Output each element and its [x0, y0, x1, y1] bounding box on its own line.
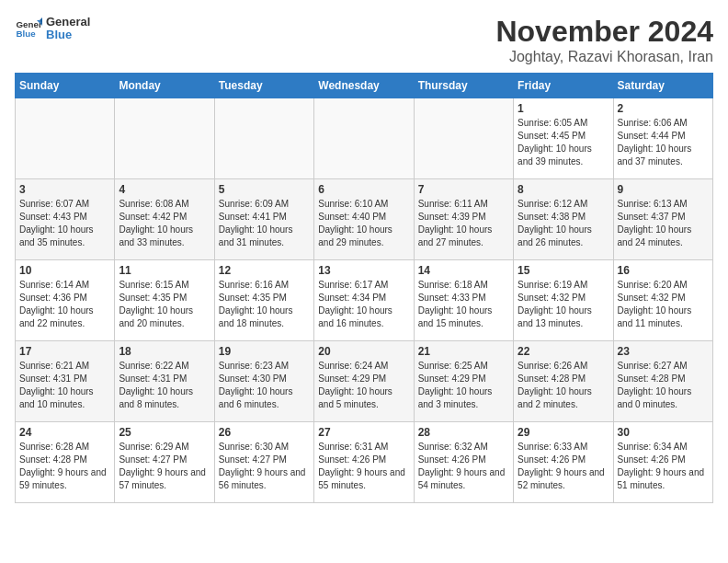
day-info: Sunrise: 6:19 AM Sunset: 4:32 PM Dayligh… [518, 279, 609, 330]
calendar-cell: 8Sunrise: 6:12 AM Sunset: 4:38 PM Daylig… [514, 179, 613, 260]
calendar-cell: 1Sunrise: 6:05 AM Sunset: 4:45 PM Daylig… [514, 98, 613, 179]
calendar-cell: 5Sunrise: 6:09 AM Sunset: 4:41 PM Daylig… [214, 179, 313, 260]
logo: General Blue General Blue [15, 15, 90, 42]
weekday-header-thursday: Thursday [414, 74, 513, 98]
day-number: 15 [518, 264, 609, 277]
day-info: Sunrise: 6:34 AM Sunset: 4:26 PM Dayligh… [618, 441, 709, 492]
day-number: 25 [119, 426, 210, 439]
day-number: 2 [618, 102, 709, 115]
day-info: Sunrise: 6:13 AM Sunset: 4:37 PM Dayligh… [618, 198, 709, 249]
calendar-cell: 10Sunrise: 6:14 AM Sunset: 4:36 PM Dayli… [16, 260, 115, 341]
logo-icon: General Blue [15, 15, 42, 42]
day-info: Sunrise: 6:22 AM Sunset: 4:31 PM Dayligh… [119, 360, 210, 411]
weekday-header-tuesday: Tuesday [214, 74, 313, 98]
calendar-cell: 17Sunrise: 6:21 AM Sunset: 4:31 PM Dayli… [16, 341, 115, 422]
day-info: Sunrise: 6:05 AM Sunset: 4:45 PM Dayligh… [518, 117, 609, 168]
day-number: 17 [19, 345, 110, 358]
calendar-cell: 25Sunrise: 6:29 AM Sunset: 4:27 PM Dayli… [115, 422, 214, 503]
month-title: November 2024 [495, 15, 713, 49]
logo-line1: General [46, 16, 90, 29]
day-number: 13 [318, 264, 409, 277]
calendar-cell: 23Sunrise: 6:27 AM Sunset: 4:28 PM Dayli… [613, 341, 712, 422]
calendar-cell: 2Sunrise: 6:06 AM Sunset: 4:44 PM Daylig… [613, 98, 712, 179]
calendar-cell: 9Sunrise: 6:13 AM Sunset: 4:37 PM Daylig… [613, 179, 712, 260]
calendar-cell: 28Sunrise: 6:32 AM Sunset: 4:26 PM Dayli… [414, 422, 513, 503]
weekday-header-wednesday: Wednesday [314, 74, 414, 98]
day-info: Sunrise: 6:29 AM Sunset: 4:27 PM Dayligh… [119, 441, 210, 492]
day-number: 5 [219, 183, 310, 196]
day-number: 24 [19, 426, 110, 439]
calendar-cell: 22Sunrise: 6:26 AM Sunset: 4:28 PM Dayli… [514, 341, 613, 422]
logo-line2: Blue [46, 29, 90, 41]
calendar-cell: 30Sunrise: 6:34 AM Sunset: 4:26 PM Dayli… [613, 422, 712, 503]
day-number: 28 [418, 426, 509, 439]
calendar-cell: 19Sunrise: 6:23 AM Sunset: 4:30 PM Dayli… [214, 341, 313, 422]
day-number: 1 [518, 102, 609, 115]
svg-text:Blue: Blue [17, 29, 37, 39]
calendar: SundayMondayTuesdayWednesdayThursdayFrid… [15, 73, 713, 503]
calendar-cell: 11Sunrise: 6:15 AM Sunset: 4:35 PM Dayli… [115, 260, 214, 341]
calendar-cell [16, 98, 115, 179]
day-number: 4 [119, 183, 210, 196]
day-info: Sunrise: 6:16 AM Sunset: 4:35 PM Dayligh… [219, 279, 310, 330]
calendar-cell: 13Sunrise: 6:17 AM Sunset: 4:34 PM Dayli… [314, 260, 414, 341]
day-info: Sunrise: 6:12 AM Sunset: 4:38 PM Dayligh… [518, 198, 609, 249]
day-info: Sunrise: 6:09 AM Sunset: 4:41 PM Dayligh… [219, 198, 310, 249]
day-info: Sunrise: 6:15 AM Sunset: 4:35 PM Dayligh… [119, 279, 210, 330]
calendar-cell: 20Sunrise: 6:24 AM Sunset: 4:29 PM Dayli… [314, 341, 414, 422]
day-info: Sunrise: 6:08 AM Sunset: 4:42 PM Dayligh… [119, 198, 210, 249]
weekday-header-friday: Friday [514, 74, 613, 98]
day-info: Sunrise: 6:23 AM Sunset: 4:30 PM Dayligh… [219, 360, 310, 411]
day-info: Sunrise: 6:17 AM Sunset: 4:34 PM Dayligh… [318, 279, 409, 330]
title-area: November 2024 Joghtay, Razavi Khorasan, … [495, 15, 713, 65]
day-info: Sunrise: 6:06 AM Sunset: 4:44 PM Dayligh… [618, 117, 709, 168]
calendar-week-1: 1Sunrise: 6:05 AM Sunset: 4:45 PM Daylig… [16, 98, 713, 179]
calendar-cell [414, 98, 513, 179]
calendar-cell: 3Sunrise: 6:07 AM Sunset: 4:43 PM Daylig… [16, 179, 115, 260]
day-info: Sunrise: 6:10 AM Sunset: 4:40 PM Dayligh… [318, 198, 409, 249]
day-number: 19 [219, 345, 310, 358]
day-info: Sunrise: 6:20 AM Sunset: 4:32 PM Dayligh… [618, 279, 709, 330]
location-title: Joghtay, Razavi Khorasan, Iran [495, 49, 713, 65]
calendar-week-5: 24Sunrise: 6:28 AM Sunset: 4:28 PM Dayli… [16, 422, 713, 503]
day-number: 11 [119, 264, 210, 277]
day-number: 16 [618, 264, 709, 277]
day-number: 10 [19, 264, 110, 277]
day-number: 3 [19, 183, 110, 196]
calendar-cell: 7Sunrise: 6:11 AM Sunset: 4:39 PM Daylig… [414, 179, 513, 260]
day-info: Sunrise: 6:14 AM Sunset: 4:36 PM Dayligh… [19, 279, 110, 330]
day-number: 14 [418, 264, 509, 277]
calendar-cell: 21Sunrise: 6:25 AM Sunset: 4:29 PM Dayli… [414, 341, 513, 422]
day-number: 21 [418, 345, 509, 358]
calendar-cell: 15Sunrise: 6:19 AM Sunset: 4:32 PM Dayli… [514, 260, 613, 341]
calendar-cell [314, 98, 414, 179]
day-info: Sunrise: 6:24 AM Sunset: 4:29 PM Dayligh… [318, 360, 409, 411]
weekday-header-sunday: Sunday [16, 74, 115, 98]
weekday-header: SundayMondayTuesdayWednesdayThursdayFrid… [16, 74, 713, 98]
header: General Blue General Blue November 2024 … [15, 15, 713, 65]
calendar-cell: 24Sunrise: 6:28 AM Sunset: 4:28 PM Dayli… [16, 422, 115, 503]
calendar-cell: 18Sunrise: 6:22 AM Sunset: 4:31 PM Dayli… [115, 341, 214, 422]
calendar-cell: 29Sunrise: 6:33 AM Sunset: 4:26 PM Dayli… [514, 422, 613, 503]
day-number: 18 [119, 345, 210, 358]
day-number: 29 [518, 426, 609, 439]
day-info: Sunrise: 6:31 AM Sunset: 4:26 PM Dayligh… [318, 441, 409, 492]
day-info: Sunrise: 6:11 AM Sunset: 4:39 PM Dayligh… [418, 198, 509, 249]
day-number: 30 [618, 426, 709, 439]
calendar-cell: 27Sunrise: 6:31 AM Sunset: 4:26 PM Dayli… [314, 422, 414, 503]
calendar-cell: 14Sunrise: 6:18 AM Sunset: 4:33 PM Dayli… [414, 260, 513, 341]
calendar-cell [115, 98, 214, 179]
calendar-cell: 26Sunrise: 6:30 AM Sunset: 4:27 PM Dayli… [214, 422, 313, 503]
calendar-cell: 16Sunrise: 6:20 AM Sunset: 4:32 PM Dayli… [613, 260, 712, 341]
day-number: 7 [418, 183, 509, 196]
day-info: Sunrise: 6:25 AM Sunset: 4:29 PM Dayligh… [418, 360, 509, 411]
calendar-week-4: 17Sunrise: 6:21 AM Sunset: 4:31 PM Dayli… [16, 341, 713, 422]
weekday-header-saturday: Saturday [613, 74, 712, 98]
day-info: Sunrise: 6:26 AM Sunset: 4:28 PM Dayligh… [518, 360, 609, 411]
day-number: 12 [219, 264, 310, 277]
calendar-week-3: 10Sunrise: 6:14 AM Sunset: 4:36 PM Dayli… [16, 260, 713, 341]
day-info: Sunrise: 6:18 AM Sunset: 4:33 PM Dayligh… [418, 279, 509, 330]
calendar-cell: 4Sunrise: 6:08 AM Sunset: 4:42 PM Daylig… [115, 179, 214, 260]
calendar-cell [214, 98, 313, 179]
day-number: 20 [318, 345, 409, 358]
